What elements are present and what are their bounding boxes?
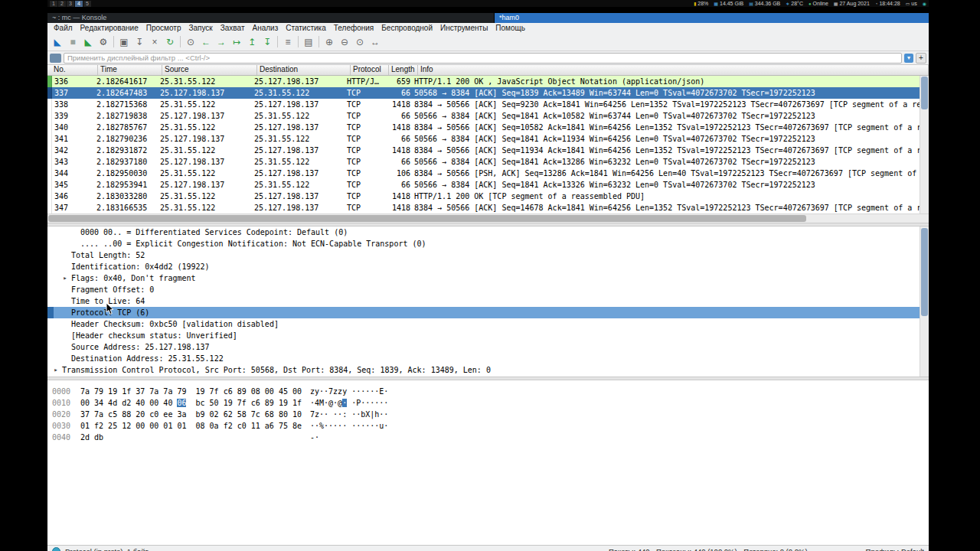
column-header-info[interactable]: Info [418,65,929,75]
detail-line[interactable]: Total Length: 52 [47,249,920,261]
window-tab-wireshark[interactable]: *ham0 [495,13,929,23]
filter-bookmark-icon[interactable] [50,54,61,63]
packet-row[interactable]: 3462.18303328025.31.55.12225.127.198.137… [47,191,920,202]
go-back-button[interactable]: ← [198,34,214,49]
menu-capture[interactable]: Захват [217,23,249,33]
workspace-button[interactable]: 2 [58,1,66,7]
menu-go[interactable]: Запуск [185,23,216,33]
packet-row[interactable]: 3452.18295394125.127.198.13725.31.55.122… [47,179,920,191]
detail-line[interactable]: 0000 00.. = Differentiated Services Code… [47,227,920,238]
detail-line[interactable]: Time to Live: 64 [47,295,920,307]
packet-row[interactable]: 3362.18264161725.31.55.12225.127.198.137… [47,76,920,87]
hex-row[interactable]: 003001 f2 25 12 00 00 01 01 08 0a f2 c0 … [47,420,929,432]
tray-memory[interactable]: ▦14.45 GiB [714,1,743,7]
packet-list-horizontal-scrollbar[interactable] [47,214,929,223]
go-to-packet-button[interactable]: ↦ [229,34,244,49]
menu-help[interactable]: Помощь [492,23,529,33]
go-first-packet-button[interactable]: ↥ [244,34,260,49]
workspace-button[interactable]: 4 [75,1,83,7]
save-file-button[interactable]: ↧ [132,34,147,49]
packet-row[interactable]: 3422.18293187225.31.55.12225.127.198.137… [47,145,920,156]
menu-wireless[interactable]: Беспроводной [377,23,436,33]
cell-no: 343 [52,156,94,168]
tray-disk[interactable]: ▤344.36 GB [749,1,780,7]
packet-row[interactable]: 3382.18271536825.31.55.12225.127.198.137… [47,99,920,110]
detail-line[interactable]: Header Checksum: 0xbc50 [validation disa… [47,318,920,330]
menu-file[interactable]: Файл [50,23,77,33]
hex-row[interactable]: 002037 7a c5 88 20 c0 ee 3a b9 02 62 58 … [47,409,929,420]
open-file-button[interactable]: ▣ [116,34,132,49]
workspace-button[interactable]: 1 [50,1,57,7]
go-forward-button[interactable]: → [214,34,229,49]
resize-columns-button[interactable]: ↔ [368,34,383,49]
column-header-length[interactable]: Length [389,65,418,75]
menu-statistics[interactable]: Статистика [282,23,330,33]
start-capture-button[interactable]: ◣ [50,34,65,49]
tray-power[interactable]: ◉ [923,1,926,7]
tray-temperature[interactable]: ∗28°C [786,1,803,7]
detail-line[interactable]: Protocol: TCP (6) [47,307,920,318]
detail-line[interactable]: Source Address: 25.127.198.137 [47,341,920,353]
horizontal-scrollbar-thumb[interactable] [48,215,806,222]
tray-time[interactable]: ◔18:44:28 [875,1,900,7]
tray-network[interactable]: ●Online [808,1,828,7]
menu-view[interactable]: Просмотр [142,23,185,33]
column-header-time[interactable]: Time [98,65,162,75]
detail-line[interactable]: [Header checksum status: Unverified] [47,330,920,341]
go-last-packet-button[interactable]: ↧ [260,34,275,49]
hex-row[interactable]: 001000 34 4d d2 40 00 40 06 bc 50 19 7f … [47,397,929,409]
display-filter-input[interactable] [64,53,902,64]
column-header-source[interactable]: Source [162,65,257,75]
details-vertical-scrollbar[interactable] [920,227,929,377]
workspace-button[interactable]: 5 [83,1,91,7]
menu-tools[interactable]: Инструменты [436,23,492,33]
packet-row[interactable]: 3432.18293718025.127.198.13725.31.55.122… [47,156,920,168]
tray-battery[interactable]: ▮28% [694,1,708,7]
reload-button[interactable]: ↻ [162,34,178,49]
menu-telephony[interactable]: Телефония [330,23,378,33]
restart-capture-button[interactable]: ◣ [80,34,96,49]
hex-row[interactable]: 00402d db-· [47,432,929,443]
packet-list-vertical-scrollbar[interactable] [920,76,929,214]
detail-line[interactable]: .... ..00 = Explicit Congestion Notifica… [47,238,920,249]
packet-row[interactable]: 3442.18295003025.31.55.12225.127.198.137… [47,168,920,179]
colorize-button[interactable]: ▤ [301,34,316,49]
column-header-protocol[interactable]: Protocol [351,65,389,75]
detail-line[interactable]: ▸Flags: 0x40, Don't fragment [47,272,920,284]
expand-arrow-icon[interactable]: ▸ [61,272,69,284]
detail-line[interactable]: Fragment Offset: 0 [47,284,920,295]
expand-arrow-icon[interactable]: ▸ [52,364,60,376]
vertical-scrollbar-thumb[interactable] [921,77,928,109]
filter-add-button[interactable]: + [916,53,926,64]
detail-line[interactable]: Identification: 0x4dd2 (19922) [47,261,920,272]
expert-info-button[interactable] [52,547,60,551]
find-packet-button[interactable]: ⊙ [183,34,198,49]
profile-button[interactable]: Профиль: Default [866,547,924,551]
menu-edit[interactable]: Редактирование [77,23,142,33]
details-scrollbar-thumb[interactable] [921,228,928,316]
column-header-no[interactable]: No. [47,65,98,75]
menu-analyze[interactable]: Анализ [248,23,282,33]
column-header-destination[interactable]: Destination [257,65,351,75]
zoom-out-button[interactable]: ⊖ [337,34,352,49]
zoom-in-button[interactable]: ⊕ [322,34,337,49]
autoscroll-button[interactable]: ≡ [280,34,296,49]
tray-keyboard[interactable]: ▭us [906,1,917,7]
tray-date[interactable]: ▦27 Aug 2021 [834,1,870,7]
window-tab-konsole[interactable]: ~ : mc — Konsole [47,13,495,23]
stop-capture-button[interactable]: ■ [65,34,80,49]
packet-row[interactable]: 3392.18271983825.127.198.13725.31.55.122… [47,110,920,122]
workspace-button[interactable]: 3 [67,1,74,7]
capture-options-button[interactable]: ⚙ [96,34,111,49]
detail-line[interactable]: Destination Address: 25.31.55.122 [47,353,920,364]
packet-row[interactable]: 3372.18264748325.127.198.13725.31.55.122… [47,87,920,99]
hex-row[interactable]: 00007a 79 19 1f 37 7a 7a 79 19 7f c6 89 … [47,386,929,397]
close-file-button[interactable]: × [147,34,162,49]
packet-row[interactable]: 3402.18278576725.31.55.12225.127.198.137… [47,122,920,133]
filter-dropdown-button[interactable]: ▾ [904,54,913,63]
zoom-100-button[interactable]: ⊙ [352,34,368,49]
packet-row[interactable]: 3412.18279023625.127.198.13725.31.55.122… [47,133,920,145]
hex-dump-pane[interactable]: 00007a 79 19 1f 37 7a 7a 79 19 7f c6 89 … [47,380,929,545]
detail-line[interactable]: ▸Transmission Control Protocol, Src Port… [47,364,920,376]
packet-row[interactable]: 3472.18316653525.31.55.12225.127.198.137… [47,202,920,214]
